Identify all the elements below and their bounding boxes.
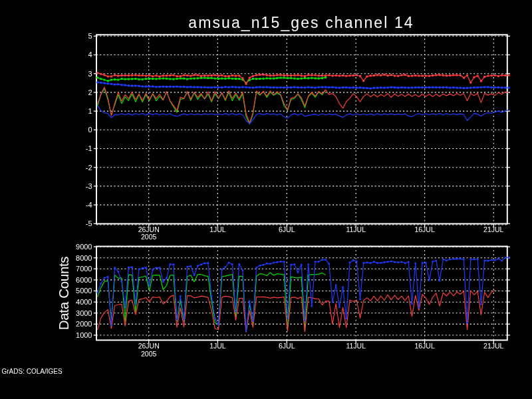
svg-text:11JUL: 11JUL [346,225,366,233]
svg-text:Data Counts: Data Counts [56,257,71,331]
svg-text:4: 4 [88,51,92,59]
svg-text:6JUL: 6JUL [279,225,295,233]
svg-text:6000: 6000 [76,276,92,284]
svg-text:21JUL: 21JUL [483,342,504,350]
svg-text:1JUL: 1JUL [209,342,226,350]
svg-text:26JUN: 26JUN [138,342,160,350]
svg-text:1: 1 [88,107,92,115]
svg-text:4000: 4000 [76,298,92,306]
svg-text:3: 3 [88,70,92,78]
svg-text:-2: -2 [86,164,92,172]
svg-text:1JUL: 1JUL [209,225,226,233]
svg-text:6JUL: 6JUL [279,342,295,350]
svg-text:9000: 9000 [76,243,92,251]
svg-text:-5: -5 [86,219,92,227]
svg-text:-4: -4 [86,201,92,209]
svg-text:GrADS: COLA/IGES: GrADS: COLA/IGES [2,368,63,375]
svg-text:0: 0 [88,126,92,134]
svg-text:2000: 2000 [76,320,92,328]
svg-text:amsua_n15_ges channel 14: amsua_n15_ges channel 14 [188,14,414,31]
svg-text:-3: -3 [86,182,92,190]
svg-text:8000: 8000 [76,254,92,262]
svg-text:16JUL: 16JUL [414,225,435,233]
svg-text:2005: 2005 [141,233,157,241]
svg-text:2: 2 [88,88,92,96]
svg-text:2005: 2005 [141,350,157,358]
svg-text:11JUL: 11JUL [346,342,366,350]
svg-text:-1: -1 [86,144,92,152]
svg-text:1000: 1000 [76,331,92,339]
svg-text:5: 5 [88,32,92,40]
svg-text:5000: 5000 [76,287,92,295]
svg-text:3000: 3000 [76,309,92,317]
svg-text:16JUL: 16JUL [414,342,435,350]
svg-text:21JUL: 21JUL [483,225,504,233]
svg-text:7000: 7000 [76,265,92,273]
